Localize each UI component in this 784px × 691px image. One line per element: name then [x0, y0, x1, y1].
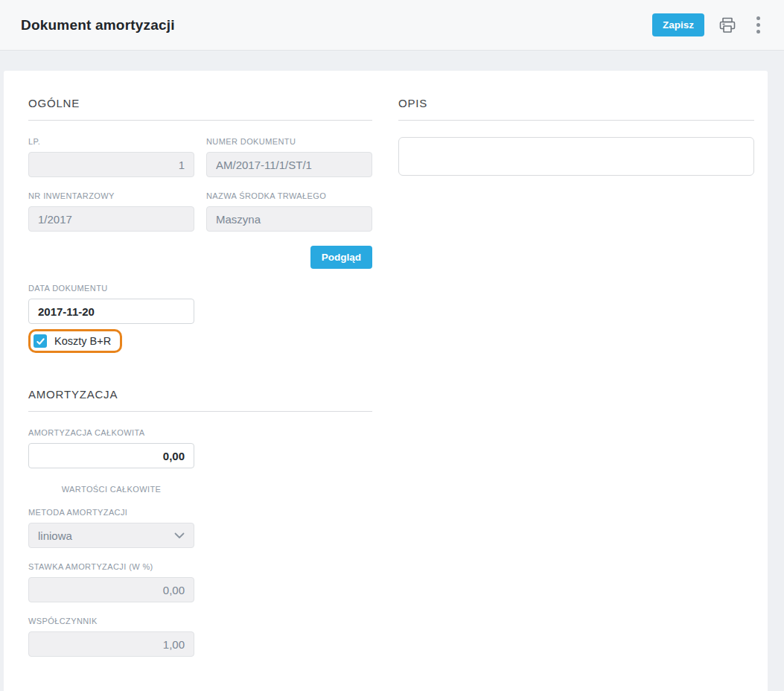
field-amortyzacja-calkowita: AMORTYZACJA CAŁKOWITA WARTOŚCI CAŁKOWITE — [28, 428, 194, 494]
printer-icon — [718, 16, 737, 35]
section-title-amortyzacja: AMORTYZACJA — [28, 388, 372, 401]
nazwa-srodka-trwalego-input — [206, 206, 372, 232]
field-nr-inwentarzowy: NR INWENTARZOWY — [28, 191, 194, 232]
numer-dokumentu-input — [206, 152, 372, 177]
field-label-metoda-amortyzacji: METODA AMORTYZACJI — [28, 508, 194, 517]
divider — [398, 120, 754, 121]
divider — [28, 411, 372, 412]
field-stawka-amortyzacji: STAWKA AMORTYZACJI (W %) — [28, 562, 194, 602]
field-label-stawka-amortyzacji: STAWKA AMORTYZACJI (W %) — [28, 562, 194, 571]
general-column: OGÓLNE LP. NUMER DOKUMENTU NR INWENTARZO… — [28, 97, 372, 671]
section-title-opis: OPIS — [398, 97, 754, 109]
page-title: Dokument amortyzacji — [21, 17, 652, 34]
chevron-down-icon — [174, 532, 185, 539]
document-card: OGÓLNE LP. NUMER DOKUMENTU NR INWENTARZO… — [4, 71, 768, 691]
wartosci-calkowite-label: WARTOŚCI CAŁKOWITE — [28, 485, 194, 494]
field-numer-dokumentu: NUMER DOKUMENTU — [206, 137, 372, 177]
amortyzacja-calkowita-input[interactable] — [28, 443, 194, 468]
field-wspolczynnik: WSPÓŁCZYNNIK — [28, 617, 194, 657]
field-lp: LP. — [28, 137, 194, 177]
opis-column: OPIS — [398, 97, 754, 671]
field-label-lp: LP. — [28, 137, 194, 146]
field-label-nazwa-srodka-trwalego: NAZWA ŚRODKA TRWAŁEGO — [206, 191, 372, 200]
koszty-br-label: Koszty B+R — [54, 335, 111, 347]
koszty-br-checkbox[interactable]: Koszty B+R — [28, 329, 122, 353]
metoda-amortyzacji-select: liniowa — [28, 523, 194, 548]
field-label-data-dokumentu: DATA DOKUMENTU — [28, 284, 194, 293]
topbar: Dokument amortyzacji Zapisz — [0, 0, 784, 51]
amortyzacja-section: AMORTYZACJA AMORTYZACJA CAŁKOWITA WARTOŚ… — [28, 388, 372, 657]
divider — [28, 120, 372, 121]
opis-textarea[interactable] — [398, 137, 754, 176]
preview-row: Podgląd — [206, 246, 372, 269]
lp-input — [28, 152, 194, 177]
checkmark-icon — [34, 334, 47, 348]
section-title-ogolne: OGÓLNE — [28, 97, 372, 109]
field-label-wspolczynnik: WSPÓŁCZYNNIK — [28, 617, 194, 625]
metoda-amortyzacji-value: liniowa — [38, 529, 72, 542]
print-button[interactable] — [718, 16, 737, 35]
field-metoda-amortyzacji: METODA AMORTYZACJI liniowa — [28, 508, 194, 548]
field-label-nr-inwentarzowy: NR INWENTARZOWY — [28, 191, 194, 200]
data-dokumentu-input[interactable] — [28, 299, 194, 324]
stawka-amortyzacji-input — [28, 577, 194, 602]
field-label-amortyzacja-calkowita: AMORTYZACJA CAŁKOWITA — [28, 428, 194, 437]
field-data-dokumentu: DATA DOKUMENTU — [28, 284, 194, 324]
field-label-numer-dokumentu: NUMER DOKUMENTU — [206, 137, 372, 146]
kebab-menu-icon[interactable] — [752, 13, 765, 36]
save-button[interactable]: Zapisz — [652, 13, 704, 36]
preview-button[interactable]: Podgląd — [310, 246, 372, 269]
nr-inwentarzowy-input — [28, 206, 194, 232]
field-nazwa-srodka-trwalego: NAZWA ŚRODKA TRWAŁEGO — [206, 191, 372, 232]
wspolczynnik-input — [28, 631, 194, 657]
koszty-br-row: Koszty B+R — [28, 329, 372, 353]
